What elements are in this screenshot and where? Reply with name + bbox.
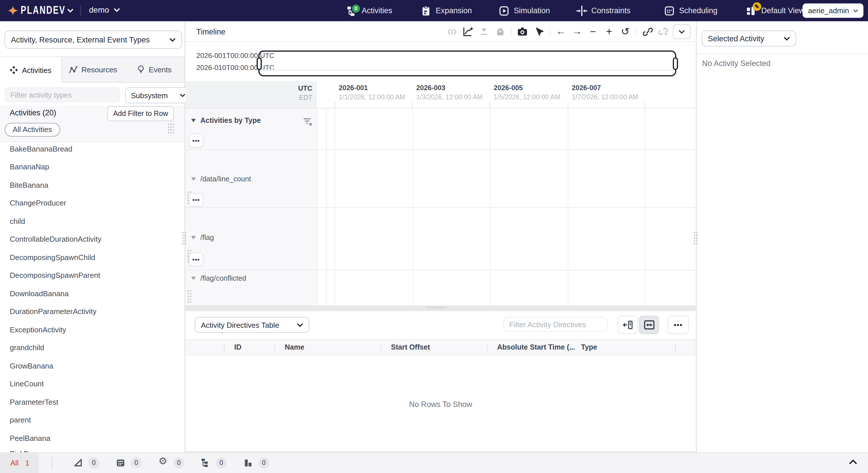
collapse-triangle-icon[interactable]	[191, 236, 196, 240]
column-header-start-offset[interactable]: Start Offset	[391, 343, 430, 351]
table-type-dropdown[interactable]: Activity Directives Table	[195, 317, 309, 333]
error-count-badge[interactable]: 0	[216, 458, 227, 468]
nav-expansion[interactable]: Expansion	[421, 0, 472, 21]
error-count-badge[interactable]: 0	[88, 458, 99, 468]
zoom-out-icon[interactable]: −	[586, 25, 600, 38]
tab-resources[interactable]: Resources	[61, 57, 125, 83]
calendar-icon[interactable]	[116, 458, 125, 467]
activity-type-item[interactable]: DurationParameterActivity	[10, 307, 96, 316]
toolbar-more-button[interactable]	[673, 24, 691, 39]
activity-type-item[interactable]: DownloadBanana	[10, 289, 69, 298]
chip-drag-handle[interactable]	[167, 123, 175, 134]
row-separator	[185, 270, 696, 271]
tab-events[interactable]: Events	[125, 57, 184, 83]
triangle-ruler-icon[interactable]	[73, 458, 83, 467]
collapse-columns-button[interactable]	[618, 316, 638, 334]
pan-left-icon[interactable]: ←	[554, 25, 568, 38]
all-errors-tab[interactable]: All 1	[0, 453, 39, 473]
left-panel-resize-handle[interactable]	[182, 232, 187, 246]
activity-type-item[interactable]: ExceptionActivity	[10, 325, 66, 334]
toolbar-divider	[636, 26, 637, 37]
zoom-in-icon[interactable]: +	[602, 25, 616, 38]
marker-layer-icon[interactable]	[477, 25, 491, 38]
nav-activities[interactable]: 0 Activities	[347, 0, 392, 21]
logo-chevron-down-icon[interactable]	[67, 9, 73, 12]
row-data-line-count[interactable]: /data/line_count	[191, 175, 251, 183]
timeline-brush[interactable]	[258, 51, 676, 76]
pan-right-icon[interactable]: →	[570, 25, 584, 38]
column-separator[interactable]	[224, 344, 224, 351]
gear-icon[interactable]: ⚙	[158, 456, 167, 466]
error-count-badge[interactable]: 0	[258, 458, 269, 468]
activity-type-item[interactable]: ChangeProducer	[10, 199, 66, 207]
subsystem-dropdown[interactable]: Subsystem	[125, 87, 191, 103]
bar-chart-icon[interactable]	[243, 458, 253, 467]
nav-constraints[interactable]: Constraints	[577, 0, 631, 21]
link-cursor-icon[interactable]	[641, 25, 654, 38]
plan-menu[interactable]: demo	[89, 5, 120, 14]
row-menu-button[interactable]: •••	[189, 134, 203, 148]
activity-type-item[interactable]: BakeBananaBread	[10, 145, 72, 153]
error-count-badge[interactable]: 0	[174, 458, 184, 468]
reset-view-icon[interactable]: ↺	[618, 25, 632, 38]
user-menu[interactable]: aerie_admin	[803, 3, 863, 18]
code-view-icon[interactable]	[445, 25, 459, 38]
brush-handle-right[interactable]	[673, 57, 678, 70]
error-count-badge[interactable]: 0	[131, 458, 142, 468]
nav-simulation[interactable]: Simulation	[499, 0, 550, 21]
fit-columns-button[interactable]	[639, 316, 659, 334]
row-menu-button[interactable]: •••	[189, 253, 203, 266]
row-drag-handle[interactable]	[187, 290, 192, 304]
activity-type-item[interactable]: DecomposingSpawnParent	[10, 271, 100, 280]
collapse-triangle-icon[interactable]	[191, 119, 196, 122]
row-menu-button[interactable]: •••	[189, 193, 203, 207]
activity-type-item[interactable]: child	[10, 217, 25, 226]
add-filter-to-row-button[interactable]: Add Filter to Row	[107, 106, 174, 121]
activity-type-item[interactable]: grandchild	[10, 343, 44, 352]
type-filter-dropdown[interactable]: Activity, Resource, External Event Types	[5, 30, 182, 49]
archive-layer-icon[interactable]	[493, 25, 507, 38]
table-menu-button[interactable]: •••	[668, 316, 689, 334]
activity-type-item[interactable]: PickBanana	[10, 449, 50, 452]
tab-activities[interactable]: Activities	[0, 57, 62, 83]
activity-type-item[interactable]: ControllableDurationActivity	[10, 235, 101, 243]
column-header-id[interactable]: ID	[234, 343, 241, 351]
activity-type-item[interactable]: GrowBanana	[10, 361, 53, 370]
column-header-name[interactable]: Name	[285, 343, 304, 351]
activity-type-item[interactable]: DecomposingSpawnChild	[10, 253, 95, 262]
column-separator[interactable]	[675, 344, 676, 351]
right-panel-resize-handle[interactable]	[693, 232, 698, 246]
add-chart-layer-icon[interactable]	[461, 25, 475, 38]
selected-activity-dropdown[interactable]: Selected Activity	[702, 30, 796, 46]
all-activities-chip[interactable]: All Activities	[5, 123, 60, 137]
collapse-triangle-icon[interactable]	[191, 177, 196, 181]
nav-default-view[interactable]: ✎ Default View	[746, 0, 805, 21]
bottom-panel-resize-handle[interactable]	[427, 307, 446, 310]
column-separator[interactable]	[487, 344, 487, 351]
cursor-select-icon[interactable]	[532, 25, 546, 38]
unlink-cursor-icon[interactable]	[657, 25, 671, 38]
nav-scheduling[interactable]: Scheduling	[664, 0, 718, 21]
activity-type-item[interactable]: LineCount	[10, 379, 44, 388]
activity-type-item[interactable]: BiteBanana	[10, 181, 48, 189]
row-activities-by-type[interactable]: Activities by Type	[191, 117, 261, 125]
column-separator[interactable]	[274, 344, 275, 351]
column-header-type[interactable]: Type	[581, 343, 597, 351]
hierarchy-icon[interactable]	[201, 458, 210, 467]
screenshot-camera-icon[interactable]	[516, 25, 529, 38]
activity-type-item[interactable]: parent	[10, 416, 31, 424]
expand-console-button[interactable]	[849, 459, 857, 464]
column-separator[interactable]	[381, 344, 381, 351]
brush-handle-left[interactable]	[257, 57, 262, 70]
collapse-triangle-icon[interactable]	[191, 277, 196, 280]
row-filter-icon[interactable]	[303, 118, 312, 126]
activity-type-item[interactable]: ParameterTest	[10, 398, 58, 406]
column-header-absolute-start-time[interactable]: Absolute Start Time (...	[497, 343, 575, 351]
activity-type-item[interactable]: BananaNap	[10, 162, 49, 171]
row-flag-conflicted[interactable]: /flag/conflicted	[191, 274, 246, 282]
plot-area-border	[326, 108, 327, 305]
row-flag[interactable]: /flag	[191, 233, 214, 242]
activity-type-filter-input[interactable]	[5, 87, 120, 102]
activity-type-item[interactable]: PeelBanana	[10, 434, 51, 443]
directives-filter-input[interactable]	[503, 317, 608, 332]
